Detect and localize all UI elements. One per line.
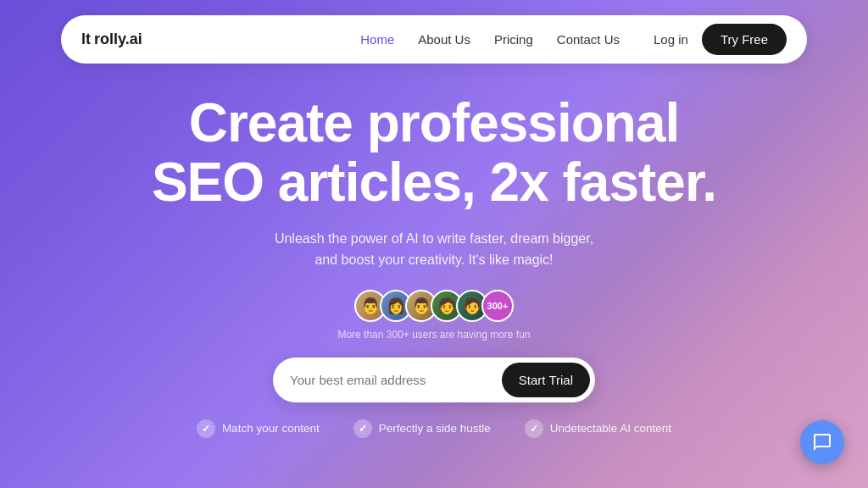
nav-contact[interactable]: Contact Us (557, 32, 620, 47)
try-free-button[interactable]: Try Free (702, 24, 787, 55)
chat-icon (812, 432, 832, 452)
hero-section: Create professional SEO articles, 2x fas… (0, 0, 868, 438)
hero-title-line2: SEO articles, 2x faster. (152, 152, 716, 213)
hero-title: Create professional SEO articles, 2x fas… (152, 93, 716, 213)
nav-home[interactable]: Home (360, 32, 394, 47)
nav-about[interactable]: About Us (418, 32, 470, 47)
navbar: ltrolly.ai Home About Us Pricing Contact… (61, 15, 807, 64)
feature-1: ✓ Match your content (197, 419, 320, 438)
avatar-count: 300+ (481, 290, 514, 322)
feature-2: ✓ Perfectly a side hustle (353, 419, 491, 438)
feature-3: ✓ Undetectable AI content (525, 419, 671, 438)
login-button[interactable]: Log in (654, 32, 688, 47)
feature-label-2: Perfectly a side hustle (379, 422, 491, 435)
chat-button[interactable] (800, 420, 844, 464)
feature-label-3: Undetectable AI content (550, 422, 671, 435)
logo: ltrolly.ai (81, 30, 142, 48)
check-icon-1: ✓ (197, 419, 215, 438)
email-cta: Start Trial (273, 358, 595, 402)
hero-title-line1: Create professional (189, 92, 680, 153)
feature-label-1: Match your content (222, 422, 320, 435)
hero-subtitle: Unleash the power of AI to write faster,… (273, 228, 595, 271)
start-trial-button[interactable]: Start Trial (502, 363, 590, 397)
features-row: ✓ Match your content ✓ Perfectly a side … (197, 419, 671, 438)
nav-actions: Log in Try Free (654, 24, 787, 55)
nav-links: Home About Us Pricing Contact Us (360, 32, 620, 47)
avatars-row: 👨 👩 👨 🧑 🧑 300+ (354, 290, 514, 322)
check-icon-3: ✓ (525, 419, 543, 438)
check-icon-2: ✓ (353, 419, 372, 438)
logo-text: rolly.ai (94, 30, 142, 48)
logo-icon: lt (81, 30, 91, 48)
email-input[interactable] (290, 373, 502, 387)
nav-pricing[interactable]: Pricing (494, 32, 533, 47)
users-caption: More than 300+ users are having more fun (337, 329, 530, 341)
